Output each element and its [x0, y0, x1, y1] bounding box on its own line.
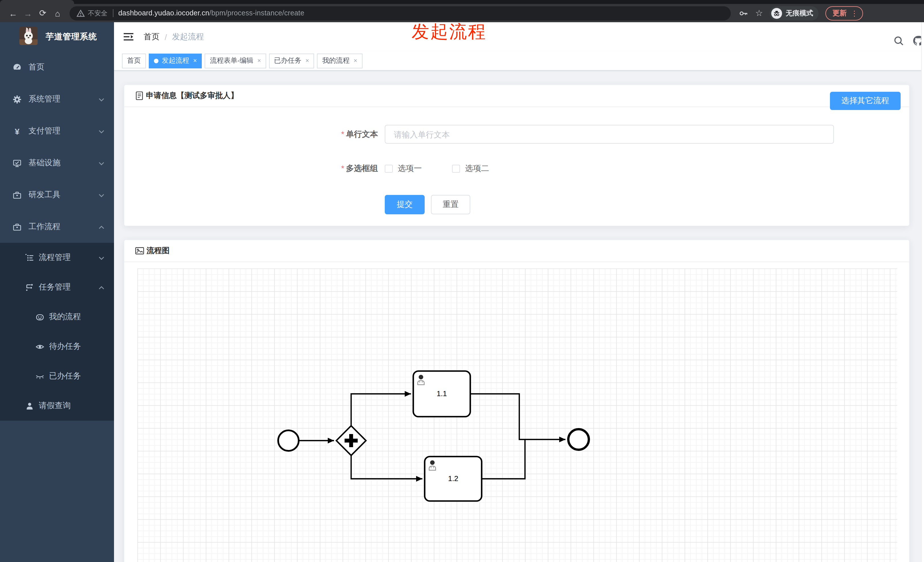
- tag-label: 发起流程: [162, 56, 189, 66]
- screen: ← → ⟳ ⌂ 不安全 dashboard.yudao.iocoder.cn/b…: [0, 0, 924, 562]
- search-icon[interactable]: [892, 35, 904, 46]
- warning-icon: [76, 9, 85, 17]
- url-separator: [112, 9, 113, 17]
- back-button[interactable]: ←: [6, 6, 21, 21]
- sidebar-collapse-icon[interactable]: [123, 31, 134, 42]
- sidebar-item-todo-tasks[interactable]: 待办任务: [0, 332, 114, 361]
- sidebar-menu: 首页 系统管理 ¥ 支付管理 基础设施: [0, 51, 114, 243]
- address-bar[interactable]: 不安全 dashboard.yudao.iocoder.cn/bpm/proce…: [69, 6, 731, 20]
- tag-create-process[interactable]: 发起流程 ×: [149, 53, 202, 68]
- required-asterisk: *: [341, 163, 344, 173]
- flow-task1-to-end: [470, 394, 566, 439]
- sidebar-item-payment[interactable]: ¥ 支付管理: [0, 115, 114, 147]
- task-label: 1.1: [436, 389, 447, 398]
- document-icon: [135, 91, 144, 100]
- sidebar-item-devtools[interactable]: 研发工具: [0, 179, 114, 211]
- browser-menu-icon[interactable]: ⋮: [851, 9, 858, 17]
- forward-button[interactable]: →: [21, 6, 35, 21]
- apply-info-title: 申请信息【测试多审批人】: [146, 91, 238, 101]
- tree-icon: [25, 283, 34, 292]
- breadcrumb: 首页 / 发起流程: [144, 22, 204, 51]
- checkbox-option-1[interactable]: [385, 165, 393, 172]
- bpmn-diagram: 1.1 1.2: [137, 268, 897, 562]
- field-label-checkbox-group: *多选框组: [318, 159, 378, 178]
- sidebar-item-process-management[interactable]: 流程管理: [0, 243, 114, 273]
- tag-form-edit[interactable]: 流程表单-编辑 ×: [205, 53, 266, 68]
- apply-info-card: 申请信息【测试多审批人】 选择其它流程 *单行文本 *多选框组 选项一 选项二 …: [124, 84, 910, 226]
- update-button[interactable]: 更新 ⋮: [826, 6, 863, 20]
- key-icon[interactable]: [739, 8, 748, 18]
- checkbox-option-2[interactable]: [452, 165, 460, 172]
- sidebar-item-my-process[interactable]: 我的流程: [0, 302, 114, 332]
- tag-done-tasks[interactable]: 已办任务 ×: [269, 53, 314, 68]
- tag-label: 已办任务: [274, 56, 302, 66]
- close-icon[interactable]: ×: [354, 58, 357, 64]
- picture-icon: [135, 246, 144, 255]
- process-diagram-card-header: 流程图: [124, 240, 909, 262]
- field-label: 单行文本: [346, 129, 378, 138]
- sidebar: 芋道管理系统 首页 系统管理 ¥ 支付管理: [0, 22, 114, 562]
- active-dot: [154, 58, 159, 63]
- flow-gateway-to-task2: [351, 456, 422, 479]
- url-path: /bpm/process-instance/create: [209, 9, 304, 17]
- incognito-icon: [771, 8, 782, 18]
- toolbox-icon: [12, 222, 22, 231]
- reset-button[interactable]: 重置: [431, 195, 470, 214]
- end-event[interactable]: [568, 429, 589, 450]
- sidebar-item-done-tasks[interactable]: 已办任务: [0, 361, 114, 391]
- sidebar-item-system[interactable]: 系统管理: [0, 83, 114, 115]
- close-icon[interactable]: ×: [257, 58, 261, 64]
- scrollbar[interactable]: [921, 22, 924, 562]
- sidebar-item-infrastructure[interactable]: 基础设施: [0, 147, 114, 179]
- face-icon: [35, 312, 45, 321]
- user-icon: [25, 401, 34, 411]
- chevron-down-icon: [98, 160, 105, 166]
- home-button[interactable]: ⌂: [50, 6, 65, 21]
- bookmark-star-icon[interactable]: ☆: [755, 8, 763, 18]
- process-diagram-card: 流程图: [124, 240, 910, 562]
- parallel-gateway[interactable]: [336, 426, 366, 456]
- submit-button[interactable]: 提交: [385, 195, 424, 214]
- sidebar-item-label: 研发工具: [28, 190, 60, 200]
- toolbox-icon: [12, 190, 22, 199]
- close-icon[interactable]: ×: [306, 58, 309, 64]
- flow-task2-to-end: [482, 440, 525, 479]
- sidebar-item-label: 请假查询: [39, 401, 70, 411]
- sidebar-item-label: 流程管理: [39, 252, 70, 263]
- chevron-down-icon: [98, 96, 105, 103]
- sidebar-item-home[interactable]: 首页: [0, 51, 114, 83]
- breadcrumb-home[interactable]: 首页: [144, 31, 160, 42]
- sidebar-item-label: 首页: [28, 62, 45, 72]
- plus-icon: [349, 434, 353, 447]
- process-diagram-title: 流程图: [147, 246, 170, 256]
- select-other-process-button[interactable]: 选择其它流程: [830, 92, 901, 110]
- task-label: 1.2: [448, 474, 458, 483]
- sidebar-item-workflow[interactable]: 工作流程: [0, 211, 114, 243]
- chevron-down-icon: [98, 128, 105, 135]
- tag-home[interactable]: 首页: [122, 53, 146, 68]
- sidebar-item-task-management[interactable]: 任务管理: [0, 273, 114, 302]
- bpmn-canvas[interactable]: 1.1 1.2: [137, 268, 897, 562]
- incognito-badge: 无痕模式: [770, 6, 819, 20]
- incognito-label: 无痕模式: [786, 8, 813, 18]
- close-icon[interactable]: ×: [193, 58, 197, 64]
- app-logo-row[interactable]: 芋道管理系统: [0, 22, 114, 51]
- browser-chrome: ← → ⟳ ⌂ 不安全 dashboard.yudao.iocoder.cn/b…: [0, 0, 924, 22]
- main-content: 申请信息【测试多审批人】 选择其它流程 *单行文本 *多选框组 选项一 选项二 …: [114, 71, 924, 562]
- user-task-1-2[interactable]: 1.2: [424, 457, 482, 501]
- browser-active-tab[interactable]: [0, 0, 74, 4]
- app-title: 芋道管理系统: [46, 22, 97, 51]
- single-line-text-input[interactable]: [385, 125, 834, 144]
- sidebar-item-leave-query[interactable]: 请假查询: [0, 391, 114, 421]
- checkbox-option-1-label[interactable]: 选项一: [398, 163, 422, 174]
- tag-label: 首页: [127, 56, 141, 66]
- field-label: 多选框组: [346, 163, 378, 173]
- gear-icon: [12, 94, 22, 104]
- security-label: 不安全: [88, 9, 108, 17]
- reload-button[interactable]: ⟳: [35, 6, 50, 21]
- start-event[interactable]: [278, 430, 299, 451]
- tag-my-process[interactable]: 我的流程 ×: [317, 53, 363, 68]
- sidebar-item-label: 基础设施: [28, 158, 60, 168]
- user-task-1-1[interactable]: 1.1: [413, 371, 470, 417]
- checkbox-option-2-label[interactable]: 选项二: [465, 163, 489, 174]
